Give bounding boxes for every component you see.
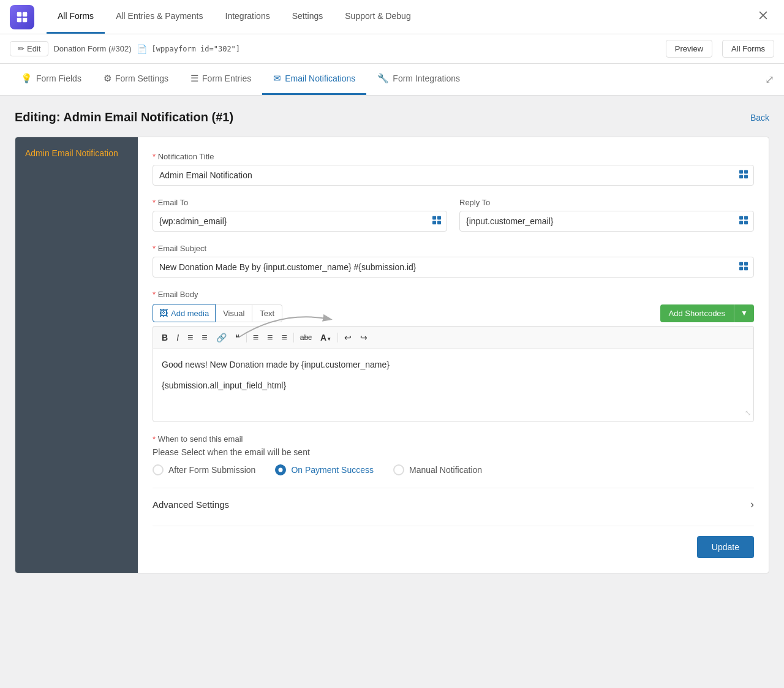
main-content: Editing: Admin Email Notification (#1) B…	[0, 96, 784, 588]
grid-icon-email-subject[interactable]	[739, 262, 748, 273]
text-tab-button[interactable]: Text	[252, 304, 282, 322]
editing-title: Editing: Admin Email Notification (#1)	[15, 110, 233, 124]
when-to-send-label: * When to send this email	[153, 434, 754, 444]
visual-tab-button[interactable]: Visual	[216, 304, 252, 322]
toolbar-align-center[interactable]: ≡	[263, 330, 276, 345]
form-entries-icon: ☰	[190, 73, 198, 84]
radio-circle-payment-success[interactable]	[275, 464, 286, 475]
back-link[interactable]: Back	[750, 113, 769, 123]
toolbar-ordered-list[interactable]: ≡	[198, 330, 211, 345]
email-subject-input[interactable]	[153, 257, 754, 278]
svg-rect-17	[744, 262, 748, 266]
when-to-send-section: * When to send this email Please Select …	[153, 434, 754, 475]
toolbar-sep3	[337, 333, 338, 342]
svg-rect-0	[17, 12, 21, 16]
svg-rect-4	[739, 170, 743, 174]
toolbar-strikethrough[interactable]: abc	[296, 331, 315, 344]
toolbar-redo[interactable]: ↪	[356, 331, 371, 344]
sidebar-item-admin-email[interactable]: Admin Email Notification	[15, 137, 138, 169]
sub-tab-form-fields[interactable]: 💡 Form Fields	[10, 64, 92, 95]
notification-title-field: * Notification Title	[153, 152, 754, 186]
chevron-right-icon: ›	[750, 498, 754, 511]
svg-rect-9	[437, 216, 441, 220]
body-tabs-group: 🖼 Add media Visual Text	[153, 304, 282, 322]
editing-header: Editing: Admin Email Notification (#1) B…	[15, 110, 769, 124]
nav-tab-all-forms[interactable]: All Forms	[47, 0, 105, 34]
bottom-bar: Update	[153, 536, 754, 558]
all-forms-button[interactable]: All Forms	[722, 40, 774, 58]
svg-rect-1	[23, 12, 27, 16]
form-settings-icon: ⚙	[104, 73, 111, 84]
radio-circle-after-form[interactable]	[153, 464, 164, 475]
breadcrumb-form-title: Donation Form (#302)	[53, 44, 131, 53]
wysiwyg-toolbar: B I ≡ ≡ 🔗 ❝ ≡ ≡ ≡ abc A▼ ↩ ↪	[153, 326, 754, 349]
sub-tab-form-settings[interactable]: ⚙ Form Settings	[92, 64, 179, 95]
email-subject-field: * Email Subject	[153, 244, 754, 278]
radio-group: After Form Submission On Payment Success…	[153, 464, 754, 475]
nav-tab-settings[interactable]: Settings	[281, 0, 334, 34]
email-body-label: * Email Body	[153, 290, 754, 299]
expand-icon[interactable]: ⤢	[765, 73, 774, 86]
nav-tab-support[interactable]: Support & Debug	[334, 0, 421, 34]
radio-manual-notification[interactable]: Manual Notification	[393, 464, 482, 475]
toolbar-italic[interactable]: I	[173, 331, 183, 344]
toolbar-link[interactable]: 🔗	[213, 331, 230, 344]
svg-rect-14	[739, 221, 743, 225]
top-nav: All Forms All Entries & Payments Integra…	[0, 0, 784, 34]
sub-nav: 💡 Form Fields ⚙ Form Settings ☰ Form Ent…	[0, 64, 784, 96]
advanced-settings-toggle[interactable]: Advanced Settings ›	[153, 498, 754, 511]
svg-rect-3	[23, 17, 27, 21]
shortcodes-dropdown-button[interactable]: ▼	[734, 304, 754, 322]
reply-to-input[interactable]	[459, 211, 754, 232]
radio-circle-manual[interactable]	[393, 464, 404, 475]
section-divider	[153, 488, 754, 488]
svg-rect-6	[739, 175, 743, 179]
sub-tab-email-notifications[interactable]: ✉ Email Notifications	[262, 64, 366, 95]
preview-button[interactable]: Preview	[666, 40, 712, 58]
logo-icon	[15, 10, 29, 24]
toolbar-bold[interactable]: B	[158, 331, 172, 344]
email-subject-label: * Email Subject	[153, 244, 754, 253]
wysiwyg-body[interactable]: Good news! New Donation made by {input.c…	[153, 349, 754, 422]
toolbar-unordered-list[interactable]: ≡	[184, 330, 197, 345]
form-integrations-icon: 🔧	[377, 73, 389, 84]
toolbar-align-right[interactable]: ≡	[277, 330, 290, 345]
grid-icon-email-to[interactable]	[432, 216, 441, 227]
grid-icon-reply-to[interactable]	[739, 216, 748, 227]
toolbar-text-color[interactable]: A▼	[317, 331, 335, 344]
email-to-reply-row: * Email To Reply To	[153, 198, 754, 232]
email-to-label: * Email To	[153, 198, 447, 207]
reply-to-field: Reply To	[459, 198, 754, 232]
form-layout: Admin Email Notification * Notification …	[15, 137, 769, 573]
svg-rect-2	[17, 17, 21, 21]
svg-rect-13	[744, 216, 748, 220]
svg-rect-11	[437, 221, 441, 225]
nav-tab-integrations[interactable]: Integrations	[214, 0, 281, 34]
toolbar-blockquote[interactable]: ❝	[232, 331, 244, 344]
breadcrumb-shortcode: [wppayform id="302"]	[152, 45, 241, 53]
radio-on-payment-success[interactable]: On Payment Success	[275, 464, 374, 475]
sub-tab-form-entries[interactable]: ☰ Form Entries	[179, 64, 262, 95]
resize-handle: ⤡	[745, 407, 751, 419]
nav-tab-entries[interactable]: All Entries & Payments	[105, 0, 214, 34]
grid-icon-notification-title[interactable]	[739, 170, 748, 181]
toolbar-sep1	[246, 333, 247, 342]
app-logo	[10, 5, 34, 29]
toolbar-undo[interactable]: ↩	[341, 331, 355, 344]
add-shortcodes-button[interactable]: Add Shortcodes	[660, 304, 734, 322]
radio-after-form-submission[interactable]: After Form Submission	[153, 464, 255, 475]
body-line1: Good news! New Donation made by {input.c…	[162, 358, 745, 371]
email-to-input[interactable]	[153, 211, 447, 232]
add-media-icon: 🖼	[159, 308, 168, 318]
sub-tab-form-integrations[interactable]: 🔧 Form Integrations	[366, 64, 471, 95]
edit-button[interactable]: ✏ Edit	[10, 41, 48, 56]
toolbar-align-left[interactable]: ≡	[249, 330, 262, 345]
svg-rect-7	[744, 175, 748, 179]
svg-rect-8	[432, 216, 436, 220]
close-icon	[757, 9, 769, 21]
when-subtitle: Please Select when the email will be sen…	[153, 447, 754, 457]
notification-title-input[interactable]	[153, 165, 754, 186]
add-media-button[interactable]: 🖼 Add media	[153, 304, 216, 322]
close-button[interactable]	[752, 4, 774, 29]
update-button[interactable]: Update	[697, 536, 754, 558]
